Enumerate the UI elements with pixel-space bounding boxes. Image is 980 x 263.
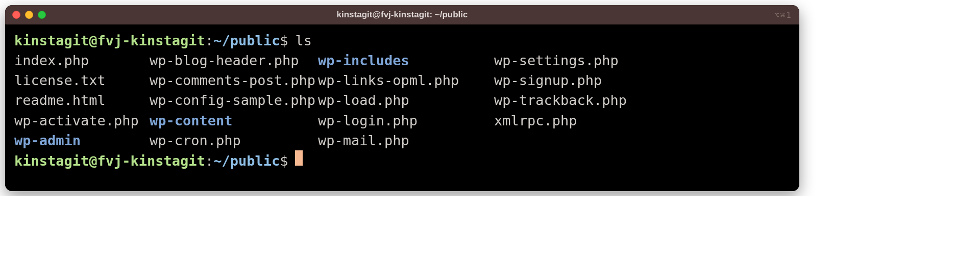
terminal-body[interactable]: kinstagit@fvj-kinstagit:~/public$ ls ind… [5,24,799,191]
file-entry: wp-config-sample.php [150,90,318,110]
file-entry [494,130,790,150]
prompt-symbol: $ [280,31,288,50]
command-text: ls [295,31,312,50]
window-title: kinstagit@fvj-kinstagit: ~/public [5,10,799,20]
file-entry: wp-signup.php [494,70,790,90]
prompt-colon: : [205,31,213,50]
file-entry: license.txt [14,70,150,90]
prompt-userhost: kinstagit@fvj-kinstagit [14,151,205,171]
directory-entry: wp-content [150,111,318,130]
file-entry: readme.html [14,90,150,110]
prompt-userhost: kinstagit@fvj-kinstagit [14,31,205,50]
terminal-window: kinstagit@fvj-kinstagit: ~/public ⌥⌘1 ki… [5,5,799,191]
file-entry: wp-settings.php [494,50,790,70]
titlebar-right-glyph: ⌥⌘1 [774,10,792,20]
prompt-line-2: kinstagit@fvj-kinstagit:~/public$ [14,150,790,171]
file-entry: wp-load.php [318,90,494,110]
ls-output: index.phpwp-blog-header.phpwp-includeswp… [14,50,790,150]
file-entry: wp-trackback.php [494,90,790,110]
file-entry: wp-login.php [318,111,494,130]
file-entry: wp-mail.php [318,130,494,150]
directory-entry: wp-includes [318,50,494,70]
file-entry: xmlrpc.php [494,111,790,130]
traffic-lights [12,11,46,19]
prompt-path: ~/public [213,151,280,171]
file-entry: wp-activate.php [14,111,150,130]
prompt-colon: : [205,151,213,171]
prompt-path: ~/public [213,31,280,50]
titlebar: kinstagit@fvj-kinstagit: ~/public ⌥⌘1 [5,5,799,24]
file-entry: wp-cron.php [150,130,318,150]
file-entry: wp-comments-post.php [150,70,318,90]
maximize-icon[interactable] [38,11,46,19]
cursor [295,150,303,166]
file-entry: wp-blog-header.php [150,50,318,70]
prompt-symbol: $ [280,151,288,171]
directory-entry: wp-admin [14,130,150,150]
close-icon[interactable] [12,11,20,19]
file-entry: wp-links-opml.php [318,70,494,90]
prompt-line-1: kinstagit@fvj-kinstagit:~/public$ ls [14,31,790,50]
minimize-icon[interactable] [25,11,33,19]
file-entry: index.php [14,50,150,70]
